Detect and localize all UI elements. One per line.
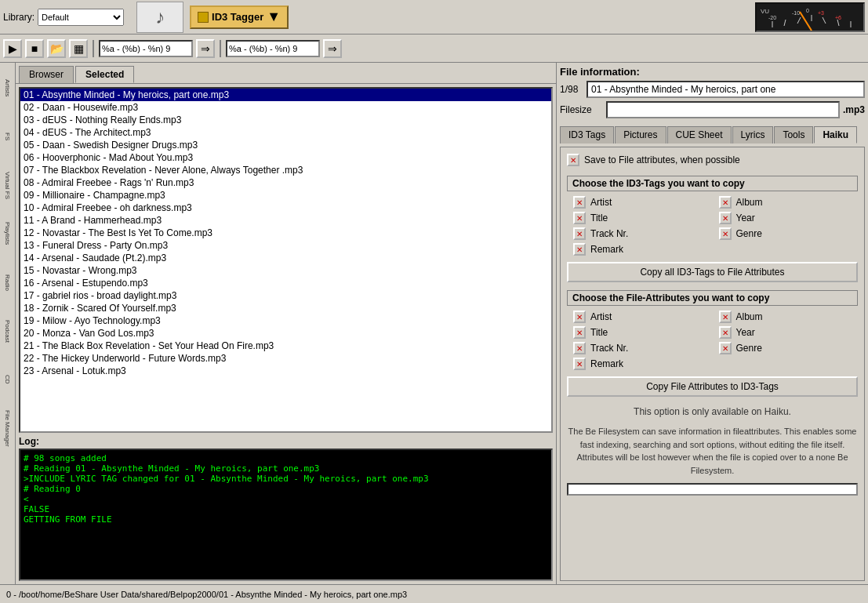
id3-remark-row: ✕ Remark (573, 243, 706, 256)
copy-id3-btn[interactable]: Copy all ID3-Tags to File Attributes (567, 262, 858, 282)
sidebar-item-artists[interactable]: Artists (2, 64, 14, 111)
file-artist-row: ✕ Artist (573, 311, 706, 323)
left-sidebar: Artists FS Virtual FS Playlists Radio Po… (0, 63, 16, 584)
status-text: 0 - /boot/home/BeShare User Data/shared/… (6, 590, 407, 599)
file-counter: 1/98 (560, 84, 583, 95)
status-bar: 0 - /boot/home/BeShare User Data/shared/… (0, 584, 868, 603)
id3-title-checkbox[interactable]: ✕ (573, 212, 586, 224)
sidebar-item-virtual-fs[interactable]: Virtual FS (2, 162, 14, 209)
file-title-checkbox[interactable]: ✕ (573, 326, 586, 339)
log-line: # Reading 01 - Absynthe Minded - My hero… (24, 463, 548, 474)
file-year-checkbox[interactable]: ✕ (719, 326, 732, 339)
format-left-btn[interactable]: ⇒ (196, 39, 215, 58)
log-content: # 98 songs added# Reading 01 - Absynthe … (19, 449, 553, 581)
format-right-input[interactable] (226, 40, 320, 57)
list-item[interactable]: 23 - Arsenal - Lotuk.mp3 (20, 365, 551, 377)
haiku-progress-bar (567, 483, 858, 496)
id3-remark-checkbox[interactable]: ✕ (573, 243, 586, 256)
music-note-icon: ♪ (155, 6, 165, 28)
library-select[interactable]: Default (38, 9, 124, 26)
list-item[interactable]: 19 - Milow - Ayo Technology.mp3 (20, 314, 551, 327)
file-remark-row: ✕ Remark (573, 358, 706, 370)
sidebar-item-playlists[interactable]: Playlists (2, 210, 14, 257)
id3-tagger-button[interactable]: ID3 Tagger ▼ (190, 5, 289, 29)
file-list[interactable]: 01 - Absynthe Minded - My heroics, part … (19, 87, 553, 433)
sidebar-item-file-manager[interactable]: File Manager (2, 405, 14, 452)
list-item[interactable]: 20 - Monza - Van God Los.mp3 (20, 327, 551, 340)
choose-id3-header: Choose the ID3-Tags you want to copy (567, 176, 858, 191)
file-album-row: ✕ Album (719, 311, 852, 323)
id3-album-row: ✕ Album (719, 196, 852, 209)
tab-browser[interactable]: Browser (19, 66, 74, 83)
tab-pictures[interactable]: Pictures (615, 126, 666, 143)
format-left-input[interactable] (99, 40, 193, 57)
list-item[interactable]: 03 - dEUS - Nothing Really Ends.mp3 (20, 114, 551, 126)
id3-album-checkbox[interactable]: ✕ (719, 196, 732, 209)
id3-tracknr-checkbox[interactable]: ✕ (573, 227, 586, 240)
filesize-field[interactable] (606, 101, 840, 118)
list-item[interactable]: 12 - Novastar - The Best Is Yet To Come.… (20, 227, 551, 239)
list-item[interactable]: 13 - Funeral Dress - Party On.mp3 (20, 239, 551, 252)
stop-button[interactable]: ■ (25, 39, 44, 58)
list-item[interactable]: 06 - Hooverphonic - Mad About You.mp3 (20, 151, 551, 164)
open-folder-button[interactable]: 📂 (47, 39, 66, 58)
list-item[interactable]: 17 - gabriel rios - broad daylight.mp3 (20, 289, 551, 302)
sidebar-item-radio[interactable]: Radio (2, 259, 14, 306)
list-item[interactable]: 18 - Zornik - Scared Of Yourself.mp3 (20, 302, 551, 314)
list-item[interactable]: 02 - Daan - Housewife.mp3 (20, 101, 551, 114)
library-label: Library: (3, 12, 35, 23)
list-item[interactable]: 04 - dEUS - The Architect.mp3 (20, 126, 551, 139)
file-tracknr-checkbox[interactable]: ✕ (573, 342, 586, 354)
list-item[interactable]: 01 - Absynthe Minded - My heroics, part … (20, 89, 551, 101)
list-item[interactable]: 10 - Admiral Freebee - oh darkness.mp3 (20, 202, 551, 214)
file-genre-label: Genre (736, 343, 762, 354)
id3-year-checkbox[interactable]: ✕ (719, 212, 732, 224)
tab-cue-sheet[interactable]: CUE Sheet (667, 126, 732, 143)
library-section: Library: Default (3, 9, 124, 26)
tab-id3-tags[interactable]: ID3 Tags (560, 126, 614, 143)
list-item[interactable]: 05 - Daan - Swedish Designer Drugs.mp3 (20, 139, 551, 151)
tab-selected[interactable]: Selected (75, 66, 134, 83)
file-remark-label: Remark (590, 358, 623, 369)
id3-genre-checkbox[interactable]: ✕ (719, 227, 732, 240)
list-item[interactable]: 14 - Arsenal - Saudade (Pt.2).mp3 (20, 252, 551, 264)
file-remark-checkbox[interactable]: ✕ (573, 358, 586, 370)
info-text-1: This option is only available on Haiku. (567, 405, 858, 419)
save-attr-checkbox[interactable]: ✕ (567, 154, 579, 166)
tab-tools[interactable]: Tools (774, 126, 813, 143)
sidebar-item-cd[interactable]: CD (2, 356, 14, 403)
id3-year-label: Year (736, 213, 755, 223)
file-info-row-2: Filesize .mp3 (560, 101, 865, 118)
grid-button[interactable]: ▦ (69, 39, 88, 58)
id3-genre-row: ✕ Genre (719, 227, 852, 240)
list-item[interactable]: 21 - The Black Box Revelation - Set Your… (20, 340, 551, 352)
svg-text:+6: +6 (835, 15, 841, 20)
left-panel: Browser Selected 01 - Absynthe Minded - … (16, 63, 557, 584)
vuu-meter-svg: VU -20 -10 0 +3 +6 (757, 4, 865, 32)
sidebar-item-podcast[interactable]: Podcast (2, 307, 14, 354)
file-genre-row: ✕ Genre (719, 342, 852, 354)
choose-file-header: Choose the File-Attributes you want to c… (567, 290, 858, 306)
list-item[interactable]: 07 - The Blackbox Revelation - Never Alo… (20, 164, 551, 176)
file-genre-checkbox[interactable]: ✕ (719, 342, 732, 354)
id3-artist-checkbox[interactable]: ✕ (573, 196, 586, 209)
file-info-row-1: 1/98 (560, 81, 865, 98)
list-item[interactable]: 09 - Millionaire - Champagne.mp3 (20, 189, 551, 202)
list-item[interactable]: 22 - The Hickey Underworld - Future Word… (20, 352, 551, 365)
vuu-meter-container: VU -20 -10 0 +3 +6 (755, 2, 865, 32)
file-album-checkbox[interactable]: ✕ (719, 311, 732, 323)
file-artist-checkbox[interactable]: ✕ (573, 311, 586, 323)
list-item[interactable]: 11 - A Brand - Hammerhead.mp3 (20, 214, 551, 227)
tab-lyrics[interactable]: Lyrics (732, 126, 774, 143)
tab-haiku[interactable]: Haiku (814, 126, 857, 143)
file-name-field[interactable] (587, 81, 865, 98)
format-right-btn[interactable]: ⇒ (323, 39, 342, 58)
list-item[interactable]: 16 - Arsenal - Estupendo.mp3 (20, 277, 551, 289)
list-item[interactable]: 08 - Admiral Freebee - Rags 'n' Run.mp3 (20, 176, 551, 189)
vuu-meter: VU -20 -10 0 +3 +6 (755, 2, 865, 32)
list-item[interactable]: 15 - Novastar - Wrong.mp3 (20, 264, 551, 277)
sidebar-item-fs[interactable]: FS (2, 113, 14, 160)
play-button[interactable]: ▶ (3, 39, 22, 58)
copy-file-btn[interactable]: Copy File Attributes to ID3-Tags (567, 376, 858, 397)
log-label: Log: (19, 436, 553, 447)
